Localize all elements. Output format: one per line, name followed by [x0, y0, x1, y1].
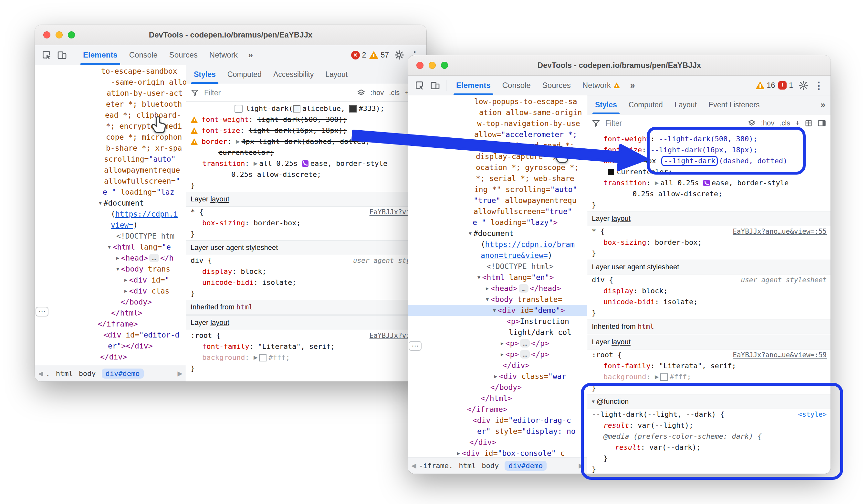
close-window-button[interactable]: [416, 62, 424, 69]
minimize-window-button[interactable]: [429, 62, 436, 69]
code-line[interactable]: <!DOCTYPE html>: [408, 261, 587, 272]
more-sidebar-tabs-chevron[interactable]: »: [817, 100, 829, 110]
code-line[interactable]: ▸ <div class="war: [408, 371, 587, 382]
dock-side-icon[interactable]: [818, 119, 826, 127]
styles-rules-list[interactable]: font-weight: --light-dark(500, 300);font…: [587, 132, 830, 474]
code-line[interactable]: (https://cdpn.io/bram: [408, 239, 587, 250]
code-line[interactable]: light-dark(aliceblue, #333);: [186, 103, 426, 114]
kebab-menu-icon[interactable]: ⋮: [812, 78, 826, 92]
code-line[interactable]: border: ▶ 4px --light-dark(dashed, dotte…: [587, 155, 830, 167]
code-line[interactable]: allowfullscreen=": [35, 175, 186, 187]
code-line[interactable]: ation allow-same-origin: [408, 107, 587, 118]
code-line[interactable]: ▸ <div id=": [35, 274, 186, 285]
code-line[interactable]: ▾ <body trans: [35, 263, 186, 274]
code-line[interactable]: :root {EaYBJJx?view=: [186, 330, 426, 341]
zoom-window-button[interactable]: [441, 62, 448, 69]
filter-input[interactable]: Filter: [204, 89, 221, 97]
code-line[interactable]: light/dark col: [408, 327, 587, 338]
code-line[interactable]: ▸ <div id="box-console" c: [408, 448, 587, 457]
code-line[interactable]: ▸ <div clas: [35, 285, 186, 296]
dom-tree[interactable]: to-escape-sandbox-same-origin alloation-…: [35, 65, 186, 365]
warning-triangle-badge[interactable]: 16: [756, 81, 775, 90]
code-line[interactable]: *; serial *; web-share: [408, 173, 587, 184]
layers-icon[interactable]: [747, 119, 756, 127]
code-line[interactable]: :root {EaYBJJx?ano…ue&view=:59: [587, 350, 830, 361]
more-panels-chevron[interactable]: »: [627, 81, 638, 91]
code-line[interactable]: <p>Instruction: [408, 316, 587, 327]
code-line[interactable]: </body>: [408, 382, 587, 393]
code-line[interactable]: scrolling="auto": [35, 153, 186, 164]
code-line[interactable]: </iframe>: [408, 404, 587, 415]
code-line[interactable]: ing *" scrolling="auto": [408, 184, 587, 195]
code-line[interactable]: 0.25s allow-discrete;: [587, 189, 830, 200]
layers-icon[interactable]: [357, 89, 365, 97]
titlebar[interactable]: DevTools - codepen.io/bramus/pen/EaYBJJx: [408, 55, 830, 75]
code-line[interactable]: low-popups-to-escape-sa: [408, 96, 587, 107]
code-line[interactable]: currentcolor;: [587, 167, 830, 178]
breadcrumb-item[interactable]: div#demo: [102, 369, 144, 379]
code-line[interactable]: display: block;: [186, 266, 426, 277]
source-link[interactable]: <style>: [798, 409, 827, 420]
breadcrumb-item[interactable]: .: [45, 370, 50, 377]
tab-styles[interactable]: Styles: [188, 65, 221, 84]
code-line[interactable]: ▸ <div id="box-conso: [35, 362, 186, 365]
overflow-ellipsis-button[interactable]: ⋯: [409, 341, 422, 351]
source-link[interactable]: user agent stylesheet: [741, 274, 827, 285]
device-toolbar-icon[interactable]: [428, 78, 442, 92]
code-line[interactable]: box-sizing: border-box;: [587, 237, 830, 248]
code-line[interactable]: ▾ #document: [408, 228, 587, 239]
minimize-window-button[interactable]: [55, 31, 63, 39]
code-line[interactable]: }: [587, 382, 830, 393]
code-line[interactable]: ▸ <p>…</p>: [408, 338, 587, 349]
tab-elements[interactable]: Elements: [450, 75, 496, 95]
code-line[interactable]: transition: ▶ all 0.25s ease, border-sty…: [587, 178, 830, 189]
code-line[interactable]: font-size: light-dark(16px, 18px);: [186, 125, 426, 136]
code-line[interactable]: ▾ <html lang="e: [35, 242, 186, 252]
zoom-window-button[interactable]: [68, 31, 75, 39]
code-line[interactable]: allowfullscreen="true": [408, 206, 587, 217]
error-circle-badge[interactable]: 2: [351, 51, 366, 60]
code-line[interactable]: -same-origin allo: [35, 77, 186, 88]
code-line[interactable]: view=): [35, 220, 186, 231]
crumb-right-chevron[interactable]: ▶: [178, 370, 183, 377]
tab-computed[interactable]: Computed: [623, 95, 669, 114]
crumb-left-chevron[interactable]: ◀: [411, 462, 416, 470]
crumb-right-chevron[interactable]: ▶: [579, 462, 584, 470]
toggle-class-button[interactable]: .cls: [389, 89, 400, 97]
tab-console[interactable]: Console: [496, 75, 537, 95]
code-line[interactable]: ▾ <html lang="en">: [408, 272, 587, 283]
toggle-hover-state-button[interactable]: :hov: [371, 89, 384, 97]
settings-gear-icon[interactable]: [392, 48, 406, 62]
overflow-ellipsis-button[interactable]: ⋯: [35, 307, 49, 316]
code-line[interactable]: ▸ <head>…</h: [35, 252, 186, 263]
code-line[interactable]: eter *; bluetooth: [35, 99, 186, 110]
code-line[interactable]: (https://cdpn.i: [35, 209, 186, 220]
code-line[interactable]: result: var(--dark);: [587, 442, 830, 453]
code-line[interactable]: ation-by-user-act: [35, 88, 186, 99]
code-line[interactable]: ▸ <head>…</head>: [408, 283, 587, 294]
code-line[interactable]: anon=true&view=): [408, 250, 587, 261]
breadcrumb-item[interactable]: body: [79, 370, 96, 377]
tab-network[interactable]: Network: [577, 75, 626, 95]
tab-elements[interactable]: Elements: [77, 45, 123, 65]
tab-console[interactable]: Console: [123, 45, 164, 65]
code-line[interactable]: ▾ <div id="demo">: [408, 305, 587, 316]
code-line[interactable]: result: var(--light);: [587, 420, 830, 431]
code-line[interactable]: background: ▶ #fff;: [186, 352, 426, 363]
code-line[interactable]: "true" allowpaymentrequ: [408, 195, 587, 206]
new-style-rule-button[interactable]: +: [795, 119, 799, 127]
source-link[interactable]: EaYBJJx?ano…ue&view=:55: [733, 226, 827, 237]
code-line[interactable]: <div id="editor-d: [35, 330, 186, 340]
code-line[interactable]: unicode-bidi: isolate;: [186, 277, 426, 288]
filter-input[interactable]: Filter: [606, 119, 622, 128]
code-line[interactable]: * {EaYBJJx?ano…ue&view=:55: [587, 226, 830, 237]
code-line[interactable]: w-top-navigation-by-use: [408, 118, 587, 129]
warning-triangle-badge[interactable]: 57: [369, 51, 389, 60]
inspect-element-icon[interactable]: [413, 78, 427, 92]
code-line[interactable]: e " loading="laz: [35, 187, 186, 198]
code-line[interactable]: allowpaymentreque: [35, 164, 186, 175]
code-line[interactable]: ▾ <body translate=: [408, 294, 587, 305]
code-line[interactable]: --light-dark(--light, --dark) {<style>: [587, 409, 830, 420]
code-line[interactable]: transition: ▶ all 0.25s ease, border-sty…: [186, 158, 426, 169]
code-line[interactable]: div {user agent styles: [186, 255, 426, 266]
